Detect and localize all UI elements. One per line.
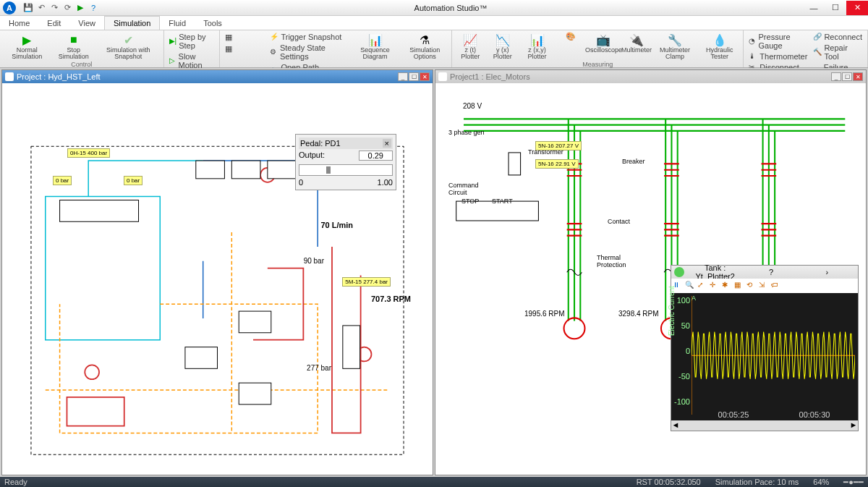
- sim-snapshot-button[interactable]: ✔Simulation with Snapshot: [96, 32, 161, 61]
- zt-plotter-button[interactable]: 📈z (t) Plotter: [455, 32, 485, 61]
- plotter-tag-icon[interactable]: 🏷: [771, 281, 781, 291]
- hydraulic-tester-button[interactable]: 💧Hydraulic Tester: [699, 32, 740, 61]
- left-doc-window: Project : Hyd_HST_Left _ ☐ ✕: [1, 69, 433, 475]
- hydraulic-canvas[interactable]: 0H-15 400 bar 0 bar 0 bar 5M-15 277.4 ba…: [2, 83, 433, 475]
- doc-close-button[interactable]: ✕: [853, 72, 863, 81]
- plotter-power-icon[interactable]: [674, 267, 684, 277]
- play-icon[interactable]: ▶: [75, 3, 85, 13]
- doc-max-button[interactable]: ☐: [842, 72, 852, 81]
- status-ready: Ready: [4, 478, 27, 486]
- dash1-icon[interactable]: ▦: [223, 32, 266, 43]
- gauge-2: 0 bar: [53, 176, 72, 185]
- pedal-slider[interactable]: [299, 164, 393, 176]
- elec-gauge-2: 5N-16 22.91 V: [535, 159, 579, 169]
- tab-home[interactable]: Home: [0, 17, 38, 30]
- yx-plotter-button[interactable]: 📉y (x) Plotter: [487, 32, 518, 61]
- doc-icon: [5, 72, 14, 81]
- doc-min-button[interactable]: _: [398, 72, 408, 81]
- right-doc-window: Project1 : Elec_Motors _ ☐ ✕: [435, 69, 867, 475]
- normal-sim-button[interactable]: ▶Normal Simulation: [3, 32, 51, 61]
- plotter-cursor-icon[interactable]: ✛: [710, 281, 720, 291]
- plotter-help-icon[interactable]: ?: [743, 268, 799, 276]
- plotter-export-icon[interactable]: ⇲: [759, 281, 769, 291]
- status-pace: Simulation Pace: 10 ms: [715, 478, 799, 487]
- tab-edit[interactable]: Edit: [38, 17, 69, 30]
- svg-rect-4: [60, 200, 139, 222]
- svg-rect-8: [343, 326, 360, 368]
- multimeter-clamp-button[interactable]: 🔧Multimeter Clamp: [652, 32, 697, 61]
- contact-label: Contact: [608, 218, 630, 225]
- minimize-button[interactable]: —: [803, 1, 825, 15]
- svg-rect-5: [196, 161, 225, 179]
- pedal-panel[interactable]: Pedal: PD1× Output:0.29 01.00: [295, 134, 396, 190]
- svg-rect-15: [509, 153, 521, 175]
- doc-max-button[interactable]: ☐: [409, 72, 419, 81]
- close-button[interactable]: ✕: [846, 1, 868, 15]
- pedal-value: 0.29: [359, 151, 393, 161]
- status-rst: RST 00:05:32.050: [637, 478, 701, 487]
- plotter-marker-icon[interactable]: ✱: [722, 281, 732, 291]
- svg-rect-6: [231, 161, 260, 179]
- oscilloscope-button[interactable]: 📺Oscilloscope: [587, 32, 621, 61]
- multimeter-button[interactable]: 🔌Multimeter: [622, 32, 651, 61]
- stop-sim-button[interactable]: ■Stop Simulation: [53, 32, 95, 61]
- plotter-chart: Electric Current 100 50 0 -50 -100 A: [671, 293, 858, 420]
- plotter-fit-icon[interactable]: ⤢: [697, 281, 707, 291]
- status-bar: Ready RST 00:05:32.050 Simulation Pace: …: [0, 477, 868, 487]
- breaker-label: Breaker: [622, 158, 645, 165]
- app-logo-icon: A: [3, 1, 16, 14]
- zoom-slider[interactable]: ━●━━: [843, 478, 864, 487]
- reconnect-button[interactable]: 🔗Reconnect: [811, 32, 864, 42]
- plotter-zoom-icon[interactable]: 🔍: [685, 281, 695, 291]
- doc-icon: [438, 72, 447, 81]
- steady-state-button[interactable]: ⚙Steady State Settings: [268, 43, 349, 62]
- gen-label: 3 phase gen: [448, 129, 485, 136]
- thermometer-button[interactable]: 🌡Thermometer: [746, 51, 809, 62]
- help-icon[interactable]: ?: [88, 3, 98, 13]
- svg-rect-10: [239, 383, 271, 405]
- palette-icon[interactable]: 🎨: [566, 32, 576, 41]
- plotter-reset-icon[interactable]: ⟲: [746, 281, 757, 291]
- refresh-icon[interactable]: ⟳: [62, 3, 72, 13]
- tab-view[interactable]: View: [69, 17, 104, 30]
- start-button-label[interactable]: START: [492, 198, 513, 205]
- quick-access-toolbar: 💾 ↶ ↷ ⟳ ▶ ?: [23, 3, 98, 13]
- gauge-4: 5M-15 277.4 bar: [342, 277, 391, 287]
- doc-min-button[interactable]: _: [831, 72, 841, 81]
- rpm-readout: 707.3 RPM: [371, 295, 411, 303]
- plotter-grid-icon[interactable]: ▦: [734, 281, 744, 291]
- plotter-window[interactable]: Tank : Yt_Plotter2 ? › ⏸ 🔍 ⤢ ✛ ✱ ▦ ⟲ ⇲ 🏷…: [671, 265, 859, 431]
- plotter-scrollbar[interactable]: ◄ ►: [671, 420, 858, 431]
- doc-title: Project : Hyd_HST_Left: [17, 72, 398, 81]
- app-title: Automation Studio™: [98, 4, 803, 12]
- maximize-button[interactable]: ☐: [825, 1, 846, 15]
- plotter-expand-icon[interactable]: ›: [799, 268, 855, 276]
- svg-point-2: [85, 365, 99, 379]
- doc-title: Project1 : Elec_Motors: [450, 72, 831, 81]
- stop-button-label[interactable]: STOP: [461, 198, 479, 205]
- save-icon[interactable]: 💾: [23, 3, 33, 13]
- voltage-label: 208 V: [463, 102, 482, 110]
- electrical-canvas[interactable]: 208 V 3 phase gen Transformer Breaker Co…: [435, 83, 866, 475]
- tab-fluid[interactable]: Fluid: [160, 17, 195, 30]
- pedal-close-icon[interactable]: ×: [383, 139, 391, 148]
- svg-rect-11: [185, 347, 218, 369]
- plotter-toolbar: ⏸ 🔍 ⤢ ✛ ✱ ▦ ⟲ ⇲ 🏷: [671, 279, 858, 293]
- doc-close-button[interactable]: ✕: [420, 72, 430, 81]
- repair-tool-button[interactable]: 🔨Repair Tool: [811, 43, 864, 62]
- step-button[interactable]: ▶|Step by Step: [167, 32, 217, 51]
- pressure-gauge-button[interactable]: ◔Pressure Gauge: [746, 32, 809, 51]
- tab-simulation[interactable]: Simulation: [104, 16, 160, 30]
- undo-icon[interactable]: ↶: [36, 3, 46, 13]
- motor1-rpm: 1995.6 RPM: [524, 310, 565, 318]
- zxy-plotter-button[interactable]: 📊z (x,y) Plotter: [519, 32, 555, 61]
- ribbon: ▶Normal Simulation ■Stop Simulation ✔Sim…: [0, 30, 868, 68]
- trigger-snapshot-button[interactable]: ⚡Trigger Snapshot: [268, 32, 349, 42]
- tab-tools[interactable]: Tools: [195, 17, 231, 30]
- dash2-icon[interactable]: ▦: [223, 43, 266, 54]
- redo-icon[interactable]: ↷: [49, 3, 59, 13]
- svg-rect-0: [31, 146, 404, 454]
- flow-readout: 70 L/min: [320, 221, 353, 229]
- p1-readout: 90 bar: [304, 257, 324, 265]
- svg-rect-7: [268, 161, 297, 179]
